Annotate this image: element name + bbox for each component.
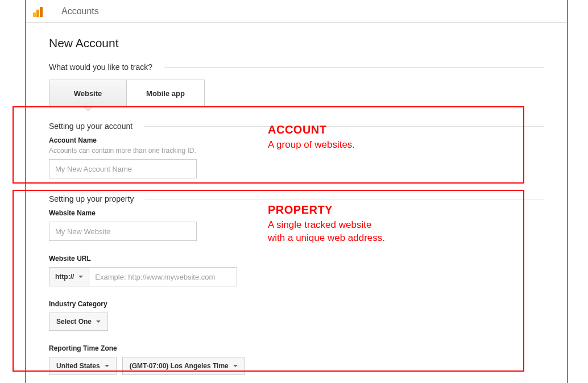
caret-down-icon xyxy=(96,320,101,323)
industry-category-value: Select One xyxy=(56,318,92,326)
annotation-property: PROPERTY A single tracked website with a… xyxy=(268,203,385,245)
website-url-input[interactable] xyxy=(89,267,237,286)
property-section-header: Setting up your property xyxy=(49,194,544,203)
analytics-logo-icon xyxy=(33,6,44,17)
industry-category-dropdown[interactable]: Select One xyxy=(49,313,108,331)
annotation-account-body: A group of websites. xyxy=(268,139,355,152)
toggle-mobile-label: Mobile app xyxy=(146,89,185,98)
caret-down-icon xyxy=(233,365,238,367)
reporting-timezone-label: Reporting Time Zone xyxy=(49,344,544,352)
account-name-input[interactable] xyxy=(49,159,197,178)
header-title: Accounts xyxy=(61,6,99,16)
track-question-text: What would you like to track? xyxy=(49,63,152,72)
timezone-value: (GMT-07:00) Los Angeles Time xyxy=(130,362,229,370)
toggle-website[interactable]: Website xyxy=(49,80,127,107)
annotation-property-body: A single tracked website with a unique w… xyxy=(268,219,385,245)
timezone-country-value: United States xyxy=(56,362,100,370)
industry-category-label: Industry Category xyxy=(49,300,544,308)
page-title: New Account xyxy=(49,36,544,50)
website-url-label: Website URL xyxy=(49,255,544,263)
timezone-dropdown[interactable]: (GMT-07:00) Los Angeles Time xyxy=(122,357,245,375)
protocol-dropdown[interactable]: http:// xyxy=(49,267,89,286)
track-type-toggle: Website Mobile app xyxy=(49,80,544,107)
caret-down-icon xyxy=(78,276,83,278)
caret-down-icon xyxy=(105,365,109,367)
website-name-input[interactable] xyxy=(49,222,197,241)
account-section-title: Setting up your account xyxy=(49,122,132,131)
toggle-mobile-app[interactable]: Mobile app xyxy=(127,80,205,107)
page-container: Accounts New Account What would you like… xyxy=(25,0,568,383)
toggle-website-label: Website xyxy=(74,89,102,98)
protocol-value: http:// xyxy=(55,273,74,281)
content-area: New Account What would you like to track… xyxy=(26,23,567,383)
property-section-title: Setting up your property xyxy=(49,194,134,203)
timezone-country-dropdown[interactable]: United States xyxy=(49,357,117,375)
header-bar: Accounts xyxy=(26,0,567,23)
track-question: What would you like to track? xyxy=(49,63,544,72)
annotation-property-title: PROPERTY xyxy=(268,203,385,217)
annotation-account: ACCOUNT A group of websites. xyxy=(268,123,355,152)
annotation-account-title: ACCOUNT xyxy=(268,123,355,136)
